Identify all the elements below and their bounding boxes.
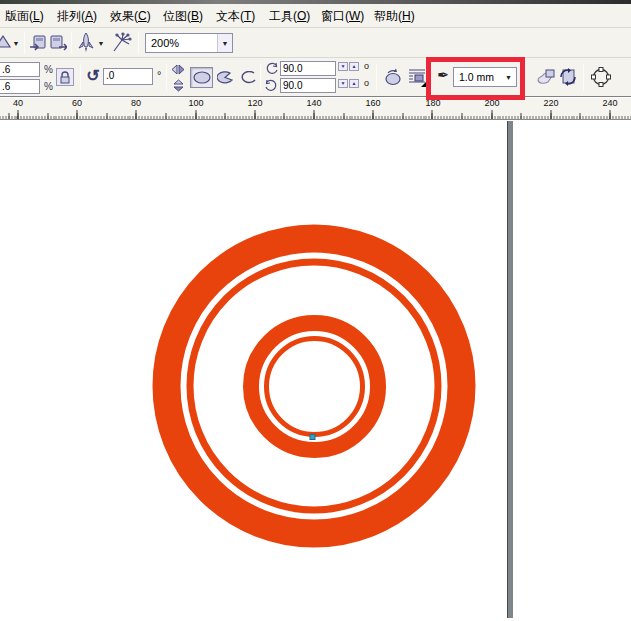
scale-x-field[interactable]: .6: [0, 62, 40, 77]
ruler-label: 120: [247, 98, 262, 108]
end-angle-field[interactable]: 90.0: [280, 78, 336, 93]
end-angle-icon: [265, 79, 278, 92]
tool-dropdown-caret[interactable]: ▼: [12, 39, 20, 47]
ruler-label: 80: [131, 98, 141, 108]
scale-y-field[interactable]: .6: [0, 79, 40, 94]
ruler-label: 240: [602, 98, 617, 108]
outer-thick-ring[interactable]: [167, 239, 462, 534]
outline-width-dropdown-arrow[interactable]: ▼: [501, 68, 516, 86]
drawing-canvas[interactable]: [0, 121, 631, 621]
inner-thick-ring[interactable]: [251, 323, 378, 450]
degree-sign: °: [157, 69, 161, 81]
ruler-label: 40: [13, 98, 23, 108]
outer-thin-ring[interactable]: [190, 262, 438, 510]
rotation-icon: ↺: [85, 66, 101, 85]
node-marker[interactable]: [310, 435, 315, 440]
propbar-separator: [260, 64, 261, 91]
end-angle-spin-down[interactable]: ▼: [338, 79, 348, 88]
pie-mode-button[interactable]: [214, 67, 237, 88]
toolbar-separator: [138, 32, 139, 54]
text-wrap-options-icon[interactable]: [535, 66, 557, 88]
partial-tool-icon[interactable]: [0, 32, 12, 52]
toolbar-separator: [24, 32, 25, 54]
import-icon[interactable]: [29, 33, 47, 53]
zoom-level-value: 200%: [146, 37, 217, 49]
wrap-text-icon[interactable]: [406, 66, 428, 88]
welcome-fireworks-icon[interactable]: [111, 31, 133, 55]
menu-help[interactable]: 帮助(H): [371, 8, 418, 25]
percent-y-label: %: [44, 81, 53, 92]
outline-width-combobox[interactable]: 1.0 mm ▼: [453, 67, 517, 87]
mirror-horizontal-icon[interactable]: [170, 62, 186, 76]
ruler-label: 180: [425, 98, 440, 108]
convert-to-curves-icon[interactable]: [589, 66, 613, 88]
zoom-dropdown-arrow[interactable]: ▼: [217, 34, 232, 52]
ruler-label: 100: [188, 98, 203, 108]
ruler-label: 160: [365, 98, 380, 108]
ruler-label: 200: [484, 98, 499, 108]
propbar-separator: [583, 64, 584, 91]
lock-ratio-icon[interactable]: [56, 68, 74, 86]
launcher-dropdown-caret[interactable]: ▼: [97, 39, 105, 47]
propbar-separator: [166, 64, 167, 91]
rotation-angle-field[interactable]: .0: [103, 68, 153, 85]
menu-arrange[interactable]: 排列(A): [54, 8, 100, 25]
concentric-circles-drawing[interactable]: [0, 121, 631, 621]
mirror-vertical-icon[interactable]: [170, 78, 186, 92]
menu-text[interactable]: 文本(T): [213, 8, 258, 25]
end-angle-degree-mark: o: [364, 78, 369, 88]
inner-thin-ring[interactable]: [267, 339, 363, 435]
ruler-label: 60: [72, 98, 82, 108]
outline-width-value: 1.0 mm: [454, 71, 501, 83]
export-icon[interactable]: [49, 33, 67, 53]
ruler-label: 140: [306, 98, 321, 108]
start-angle-spin-down[interactable]: ▼: [338, 62, 348, 71]
outline-pen-icon: ✒: [436, 67, 450, 83]
start-angle-degree-mark: o: [364, 61, 369, 71]
ruler-label: 220: [543, 98, 558, 108]
end-angle-spin-up[interactable]: ▲: [349, 79, 359, 88]
toolbar-separator: [71, 32, 72, 54]
menu-window[interactable]: 窗口(W): [318, 8, 367, 25]
menu-effects[interactable]: 效果(C): [107, 8, 154, 25]
arc-mode-button[interactable]: [236, 67, 259, 88]
arc-direction-icon[interactable]: [382, 66, 404, 88]
standard-toolbar: ▼ ▼ 200% ▼: [0, 28, 631, 58]
ellipse-mode-button[interactable]: [190, 67, 213, 88]
property-bar: .6 .6 % % ↺ .0 ° 90.0 90.0 ▼ ▲ ▼ ▲ o o: [0, 58, 631, 97]
horizontal-ruler[interactable]: 40 60 80 100 120 140 160 180 200 220 240: [0, 98, 631, 120]
menu-layout[interactable]: 版面(L): [2, 8, 47, 25]
propbar-separator: [376, 64, 377, 91]
zoom-level-combobox[interactable]: 200% ▼: [145, 33, 233, 53]
start-angle-icon: [265, 62, 278, 75]
menu-bar: 版面(L) 排列(A) 效果(C) 位图(B) 文本(T) 工具(O) 窗口(W…: [0, 4, 631, 28]
percent-x-label: %: [44, 64, 53, 75]
start-angle-spin-up[interactable]: ▲: [349, 62, 359, 71]
application-launcher-icon[interactable]: [76, 31, 96, 55]
menu-bitmaps[interactable]: 位图(B): [160, 8, 206, 25]
menu-tools[interactable]: 工具(O): [266, 8, 313, 25]
convert-outline-icon[interactable]: [557, 66, 579, 88]
start-angle-field[interactable]: 90.0: [280, 61, 336, 76]
propbar-separator: [80, 64, 81, 91]
